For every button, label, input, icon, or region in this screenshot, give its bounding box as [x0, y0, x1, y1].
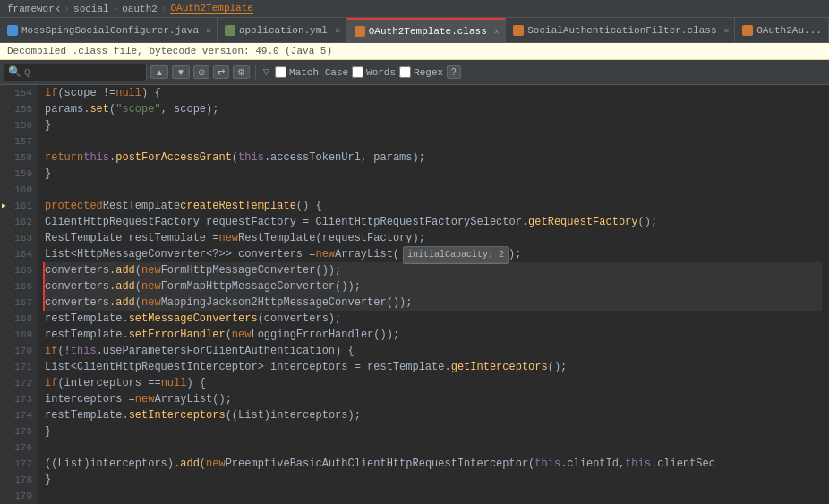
- breadcrumb-item-oauth2[interactable]: oauth2: [122, 4, 158, 14]
- tab-social-auth-filter-close[interactable]: ✕: [723, 25, 729, 36]
- code-token: }: [45, 166, 51, 182]
- code-token: (: [232, 149, 238, 166]
- line-num: 171: [0, 359, 32, 375]
- code-token: (scope !=: [57, 85, 115, 101]
- code-token: set: [90, 101, 109, 117]
- yml-file-icon: [225, 25, 235, 36]
- words-checkbox[interactable]: [352, 66, 363, 78]
- code-token: return: [45, 149, 83, 166]
- tab-mosssping[interactable]: MossSpingSocialConfigurer.java ✕: [0, 18, 218, 42]
- code-token: new: [141, 278, 161, 295]
- code-token: restTemplate.: [45, 311, 129, 327]
- code-token: add: [115, 278, 135, 295]
- code-token: PreemptiveBasicAuthClientHttpRequestInte…: [226, 456, 535, 472]
- line-num: 170: [0, 343, 32, 359]
- code-token: interceptors =: [45, 391, 135, 407]
- code-token: new: [218, 230, 238, 246]
- code-token: setInterceptors: [129, 407, 226, 423]
- code-area[interactable]: if (scope != null) { params.set("scope",…: [38, 85, 829, 504]
- info-bar: Decompiled .class file, bytecode version…: [0, 43, 829, 60]
- code-line: RestTemplate restTemplate = new RestTemp…: [45, 230, 822, 246]
- code-line: protected RestTemplate createRestTemplat…: [45, 198, 822, 214]
- help-btn[interactable]: ?: [447, 65, 461, 79]
- tab-social-auth-filter-label: SocialAuthenticationFilter.class: [527, 25, 716, 36]
- code-line: if (!this.useParametersForClientAuthenti…: [45, 343, 822, 359]
- tab-mosssping-close[interactable]: ✕: [206, 25, 211, 36]
- code-token: params.: [45, 101, 90, 117]
- code-token: .clientId,: [560, 456, 625, 472]
- line-num: 155: [0, 101, 32, 117]
- code-token: setErrorHandler: [129, 327, 226, 343]
- search-replace-btn[interactable]: ⇄: [213, 65, 229, 79]
- tab-application-label: application.yml: [239, 25, 328, 36]
- line-num: 177: [0, 456, 32, 472]
- search-bar: 🔍 ▲ ▼ ⊙ ⇄ ⚙ ▽ Match Case Words Regex ?: [0, 60, 829, 85]
- code-token: }: [45, 117, 51, 133]
- code-token: new: [135, 391, 155, 407]
- code-token: "scope": [115, 101, 160, 117]
- regex-label[interactable]: Regex: [399, 66, 443, 78]
- line-num: 159: [0, 166, 32, 182]
- breadcrumb-item-framework[interactable]: framework: [7, 4, 60, 14]
- match-case-label[interactable]: Match Case: [275, 66, 348, 78]
- code-token: .clientSec: [651, 456, 715, 472]
- code-token: (: [226, 327, 232, 343]
- line-num: 165: [0, 262, 32, 278]
- code-line: ((List)interceptors).add(new PreemptiveB…: [45, 456, 822, 472]
- code-token: restTemplate.: [45, 407, 129, 423]
- search-prev-btn[interactable]: ▲: [150, 65, 168, 79]
- code-line: converters.add(new FormMapHttpMessageCon…: [43, 278, 822, 295]
- code-token: this: [534, 456, 560, 472]
- code-token: new: [141, 262, 161, 278]
- code-token: (: [135, 295, 141, 311]
- breadcrumb-item-social[interactable]: social: [73, 4, 109, 14]
- code-token: add: [115, 295, 135, 311]
- tab-oauth2template-class[interactable]: OAuth2Template.class ✕: [347, 18, 507, 42]
- code-token: List<ClientHttpRequestInterceptor> inter…: [45, 359, 451, 375]
- code-token: ) {: [186, 375, 206, 391]
- search-next-btn[interactable]: ▼: [172, 65, 190, 79]
- tab-oauth2au[interactable]: OAuth2Au...: [735, 18, 829, 42]
- code-token: MappingJackson2HttpMessageConverter());: [161, 295, 413, 311]
- code-token: converters.: [45, 262, 115, 278]
- tab-mosssping-label: MossSpingSocialConfigurer.java: [21, 25, 199, 36]
- code-token: List<HttpMessageConverter<?>> converters…: [45, 246, 315, 262]
- code-token: ();: [548, 359, 568, 375]
- class-file-icon-2: [513, 25, 524, 36]
- code-token: .: [109, 149, 115, 166]
- tooltip-hint: initialCapacity: 2: [403, 246, 509, 264]
- code-line: if (interceptors == null) {: [45, 375, 822, 391]
- code-line: converters.add(new FormHttpMessageConver…: [43, 262, 822, 278]
- code-token: ClientHttpRequestFactory requestFactory …: [45, 214, 528, 230]
- code-line: }: [45, 423, 822, 440]
- match-case-checkbox[interactable]: [275, 66, 286, 78]
- code-token: this: [238, 149, 264, 166]
- code-token: ();: [638, 214, 658, 230]
- code-line: }: [45, 117, 822, 133]
- line-num: 176: [0, 440, 32, 456]
- code-token: .accessTokenUrl, params);: [264, 149, 425, 166]
- tab-oauth2template-class-label: OAuth2Template.class: [369, 26, 487, 37]
- code-token: new: [315, 246, 335, 262]
- code-line: restTemplate.setInterceptors((List)inter…: [45, 407, 822, 423]
- line-num: 179: [0, 488, 32, 504]
- search-options-btn[interactable]: ⚙: [233, 65, 250, 79]
- search-find-btn[interactable]: ⊙: [193, 65, 209, 79]
- line-num: 156: [0, 117, 32, 133]
- code-token: RestTemplate(requestFactory);: [238, 230, 425, 246]
- tab-oauth2template-class-close[interactable]: ✕: [494, 26, 500, 37]
- search-input-wrap[interactable]: 🔍: [4, 64, 147, 81]
- breadcrumb-item-oauth2template[interactable]: OAuth2Template: [170, 3, 252, 14]
- words-label[interactable]: Words: [352, 66, 396, 78]
- code-token: ((List)interceptors).: [45, 456, 180, 472]
- tab-social-auth-filter[interactable]: SocialAuthenticationFilter.class ✕: [506, 18, 735, 42]
- code-token: , scope);: [161, 101, 219, 117]
- code-token: setMessageConverters: [129, 311, 258, 327]
- regex-checkbox[interactable]: [399, 66, 411, 78]
- search-input[interactable]: [24, 67, 114, 78]
- tab-application[interactable]: application.yml ✕: [218, 18, 347, 42]
- tabs-bar: MossSpingSocialConfigurer.java ✕ applica…: [0, 18, 829, 43]
- code-token: getRequestFactory: [528, 214, 637, 230]
- tab-application-close[interactable]: ✕: [335, 25, 340, 36]
- code-token: ) {: [141, 85, 161, 101]
